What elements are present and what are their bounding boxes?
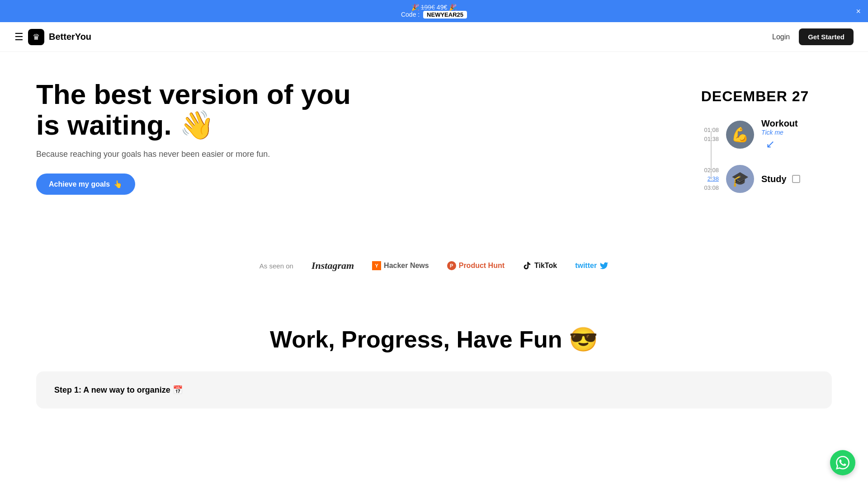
workout-time: 01:08 01:38: [696, 126, 719, 143]
hn-icon: Y: [372, 261, 381, 270]
study-info: Study: [761, 174, 800, 184]
banner-old-price: 199€: [421, 4, 435, 11]
calendar-widget: DECEMBER 27 01:08 01:38 💪 Workout Tick m…: [678, 79, 832, 224]
study-checkbox[interactable]: [792, 175, 800, 183]
calendar-date: DECEMBER 27: [687, 88, 823, 105]
hackernews-logo: Y Hacker News: [372, 261, 429, 270]
navbar: ☰ ♛ BetterYou Login Get Started: [0, 22, 868, 52]
get-started-button[interactable]: Get Started: [799, 28, 854, 45]
hero-title: The best version of you is waiting. 👋: [36, 79, 353, 141]
workout-info: Workout Tick me ↙: [761, 118, 798, 150]
hero-subtitle: Because reaching your goals has never be…: [36, 150, 271, 159]
as-seen-label: As seen on: [259, 262, 293, 270]
banner-code-label: Code :: [401, 11, 420, 18]
cta-emoji: 👆: [113, 180, 123, 188]
schedule-item-workout: 01:08 01:38 💪 Workout Tick me ↙: [696, 118, 823, 150]
tiktok-logo: TikTok: [523, 261, 557, 270]
login-button[interactable]: Login: [772, 33, 790, 41]
banner-new-price: 49€: [437, 4, 447, 11]
tick-me-container: Tick me ↙: [761, 129, 798, 150]
wave-emoji: 👋: [179, 109, 214, 141]
study-time: 02:08 2:38 03:08: [696, 166, 719, 192]
twitter-logo: twitter: [575, 261, 609, 270]
hero-content: The best version of you is waiting. 👋 Be…: [36, 79, 678, 224]
tiktok-icon: [523, 261, 532, 270]
ph-icon: P: [447, 261, 456, 270]
step1-label: Step 1: A new way to organize 📅: [54, 385, 814, 395]
instagram-logo: Instagram: [311, 260, 354, 272]
section2-card: Step 1: A new way to organize 📅: [36, 371, 832, 408]
brand-name: BetterYou: [49, 32, 91, 42]
tick-me-text: Tick me: [761, 129, 783, 136]
as-seen-on-section: As seen on Instagram Y Hacker News P Pro…: [0, 242, 868, 290]
achieve-goals-button[interactable]: Achieve my goals 👆: [36, 174, 135, 195]
section2: Work, Progress, Have Fun 😎 Step 1: A new…: [0, 290, 868, 427]
workout-label: Workout: [761, 118, 798, 129]
tick-arrow-icon: ↙: [766, 138, 775, 150]
menu-button[interactable]: ☰: [14, 31, 24, 43]
schedule-list: 01:08 01:38 💪 Workout Tick me ↙ 02:08: [687, 118, 823, 193]
nav-actions: Login Get Started: [772, 28, 854, 45]
banner-code-value: NEWYEAR25: [423, 11, 467, 19]
banner-emoji-right: 🎉: [449, 4, 457, 11]
section2-emoji: 😎: [569, 326, 598, 352]
logo-icon: ♛: [28, 29, 44, 45]
twitter-bird-icon: [599, 261, 609, 270]
banner-close-button[interactable]: ×: [856, 6, 861, 16]
hero-section: The best version of you is waiting. 👋 Be…: [0, 52, 868, 242]
banner-emoji-left: 🎉: [411, 4, 419, 11]
section2-title: Work, Progress, Have Fun 😎: [36, 326, 832, 353]
nav-brand: ☰ ♛ BetterYou: [14, 29, 91, 45]
study-avatar: 🎓: [726, 165, 754, 193]
study-label: Study: [761, 174, 787, 184]
workout-avatar: 💪: [726, 121, 754, 149]
schedule-item-study: 02:08 2:38 03:08 🎓 Study: [696, 165, 823, 193]
producthunt-logo: P Product Hunt: [447, 261, 505, 270]
promo-banner: 🎉 199€ 49€ 🎉 Code : NEWYEAR25 ×: [0, 0, 868, 22]
